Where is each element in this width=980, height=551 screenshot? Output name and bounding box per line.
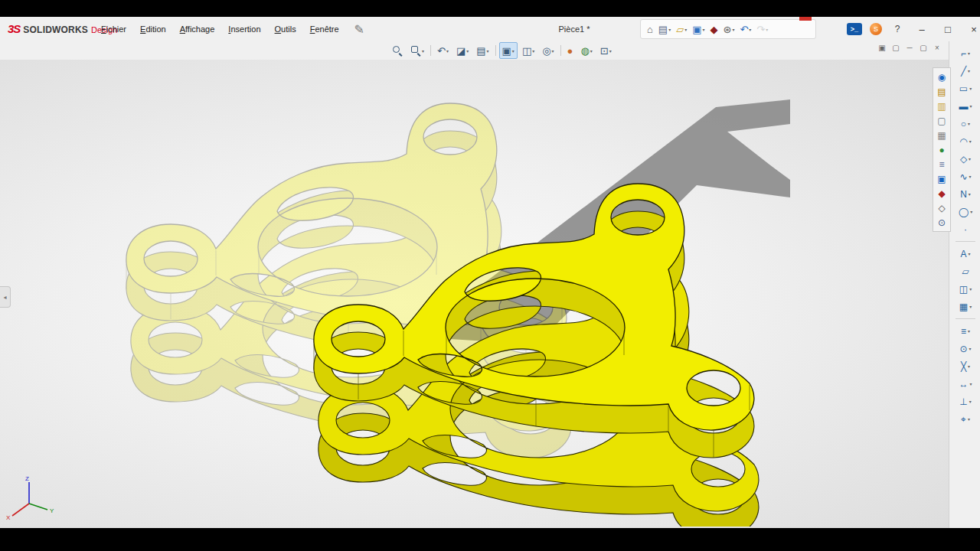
select-button[interactable]: ⌐▾ [952, 44, 978, 62]
menu-fichier[interactable]: Fichier [100, 23, 128, 35]
smart-dimension-button[interactable]: ↔▾ [952, 375, 978, 393]
appearances-scenes-icon[interactable]: ● [935, 142, 949, 157]
document-recovery-icon[interactable]: ◆ [935, 186, 949, 201]
solidworks-resources-icon[interactable]: ◉ [935, 70, 949, 84]
dropdown-caret-icon[interactable]: ▾ [970, 209, 972, 214]
save-button[interactable]: ▣▾ [691, 24, 706, 35]
dropdown-caret-icon[interactable]: ▾ [968, 121, 970, 126]
straight-slot-button[interactable]: ▬▾ [952, 97, 978, 115]
dropdown-caret-icon[interactable]: ▾ [968, 68, 970, 73]
rebuild-button[interactable]: ◆ [709, 24, 720, 35]
open-documents-icon[interactable]: ▢ [935, 113, 949, 128]
dropdown-caret-icon[interactable]: ▾ [732, 27, 734, 32]
menu-edition[interactable]: Edition [139, 23, 168, 35]
dropdown-caret-icon[interactable]: ▾ [968, 416, 970, 422]
home-button[interactable]: ⌂ [645, 24, 655, 35]
restore-document-button[interactable]: ▢ [919, 44, 928, 52]
circle-button[interactable]: ○▾ [952, 115, 978, 132]
dropdown-caret-icon[interactable]: ▾ [968, 364, 970, 369]
dropdown-caret-icon[interactable]: ▾ [422, 48, 424, 54]
dropdown-caret-icon[interactable]: ▾ [968, 328, 970, 334]
tile-window-button[interactable]: ▣ [877, 44, 887, 52]
dropdown-caret-icon[interactable]: ▾ [969, 399, 972, 404]
previous-view-button[interactable]: ↶▾ [434, 42, 452, 59]
solidworks-search-icon[interactable]: >_ [847, 23, 862, 35]
quick-snaps-button[interactable]: ⌖▾ [952, 410, 978, 428]
zoom-to-area-button[interactable]: ▾ [407, 42, 427, 59]
spline-button[interactable]: ∿▾ [952, 168, 978, 185]
trim-entities-button[interactable]: ╳▾ [952, 357, 978, 375]
arc-button[interactable]: ◠▾ [952, 132, 978, 150]
dropdown-caret-icon[interactable]: ▾ [466, 48, 469, 54]
styled-spline-button[interactable]: N▾ [952, 185, 978, 203]
dropdown-caret-icon[interactable]: ▾ [969, 346, 972, 351]
corner-rectangle-button[interactable]: ▭▾ [952, 80, 978, 97]
dropdown-caret-icon[interactable]: ▾ [969, 381, 972, 386]
dropdown-caret-icon[interactable]: ▾ [446, 48, 449, 54]
dropdown-caret-icon[interactable]: ▾ [609, 48, 612, 54]
close-document-button[interactable]: × [933, 44, 942, 52]
dropdown-caret-icon[interactable]: ▾ [552, 48, 554, 54]
dropdown-caret-icon[interactable]: ▾ [766, 27, 768, 32]
undo-button[interactable]: ↶▾ [738, 24, 753, 35]
dropdown-caret-icon[interactable]: ▾ [969, 139, 972, 144]
dropdown-caret-icon[interactable]: ▾ [749, 27, 751, 32]
edit-appearance-button[interactable]: ● [564, 42, 577, 59]
dropdown-caret-icon[interactable]: ▾ [702, 27, 704, 32]
view-settings-button[interactable]: ⊡▾ [597, 42, 615, 59]
menu-insertion[interactable]: Insertion [227, 23, 262, 35]
assistant-icon[interactable]: S [870, 23, 882, 35]
custom-properties-icon[interactable]: ≡ [935, 157, 949, 171]
dropdown-caret-icon[interactable]: ▾ [968, 51, 970, 56]
menu-affichage[interactable]: Affichage [178, 23, 217, 35]
dropdown-caret-icon[interactable]: ▾ [590, 48, 593, 54]
plane-button[interactable]: ▱ [952, 262, 978, 280]
polygon-button[interactable]: ◇▾ [952, 150, 978, 168]
realview-button[interactable]: ◍▾ [577, 42, 595, 59]
close-button[interactable]: × [965, 24, 980, 35]
convert-entities-button[interactable]: ⊙▾ [952, 340, 978, 357]
view-orientation-button[interactable]: ▣▾ [499, 42, 518, 59]
graphics-area[interactable] [0, 60, 949, 528]
dropdown-caret-icon[interactable]: ▾ [684, 27, 687, 32]
linear-pattern-button[interactable]: ▦▾ [952, 298, 978, 315]
maximize-button[interactable]: □ [939, 24, 957, 35]
dropdown-caret-icon[interactable]: ▾ [969, 191, 971, 197]
text-button[interactable]: A▾ [952, 245, 978, 262]
pin-icon[interactable]: ✎ [354, 22, 364, 37]
search-commands-icon[interactable]: ⊙ [935, 215, 949, 230]
dropdown-caret-icon[interactable]: ▾ [969, 86, 972, 91]
options-button[interactable]: ⊛▾ [722, 24, 737, 35]
annotation-views-button[interactable]: ▤▾ [473, 42, 492, 59]
display-relations-button[interactable]: ⊥▾ [952, 393, 978, 410]
dropdown-caret-icon[interactable]: ▾ [512, 48, 514, 54]
minimize-document-button[interactable]: ─ [905, 44, 914, 52]
dropdown-caret-icon[interactable]: ▾ [969, 156, 971, 161]
offset-entities-button[interactable]: ≡▾ [952, 322, 978, 340]
solidworks-forum-icon[interactable]: ▣ [935, 171, 949, 186]
mirror-entities-button[interactable]: ◫▾ [952, 280, 978, 298]
design-library-icon[interactable]: ▤ [935, 84, 949, 99]
dropdown-caret-icon[interactable]: ▾ [969, 286, 972, 292]
file-explorer-icon[interactable]: ▥ [935, 99, 949, 113]
dropdown-caret-icon[interactable]: ▾ [532, 48, 534, 54]
menu-outils[interactable]: Outils [273, 23, 298, 35]
dropdown-caret-icon[interactable]: ▾ [969, 103, 972, 109]
zoom-to-fit-button[interactable] [389, 42, 406, 59]
hide-show-items-button[interactable]: ◎▾ [539, 42, 557, 59]
section-view-button[interactable]: ◪▾ [453, 42, 472, 59]
open-button[interactable]: ▱▾ [675, 24, 688, 35]
minimize-button[interactable]: – [913, 24, 931, 35]
point-button[interactable]: · [952, 220, 978, 238]
ellipse-button[interactable]: ◯▾ [952, 203, 978, 220]
new-document-button[interactable]: ▤▾ [657, 24, 672, 35]
pack-and-go-icon[interactable]: ◇ [935, 201, 949, 215]
help-icon[interactable]: ? [890, 24, 905, 34]
dropdown-caret-icon[interactable]: ▾ [969, 304, 972, 309]
view-palette-icon[interactable]: ▦ [935, 128, 949, 142]
redo-button[interactable]: ↷▾ [755, 24, 769, 35]
dropdown-caret-icon[interactable]: ▾ [969, 251, 971, 256]
dropdown-caret-icon[interactable]: ▾ [487, 48, 489, 54]
display-style-button[interactable]: ◫▾ [519, 42, 537, 59]
dropdown-caret-icon[interactable]: ▾ [969, 174, 972, 179]
